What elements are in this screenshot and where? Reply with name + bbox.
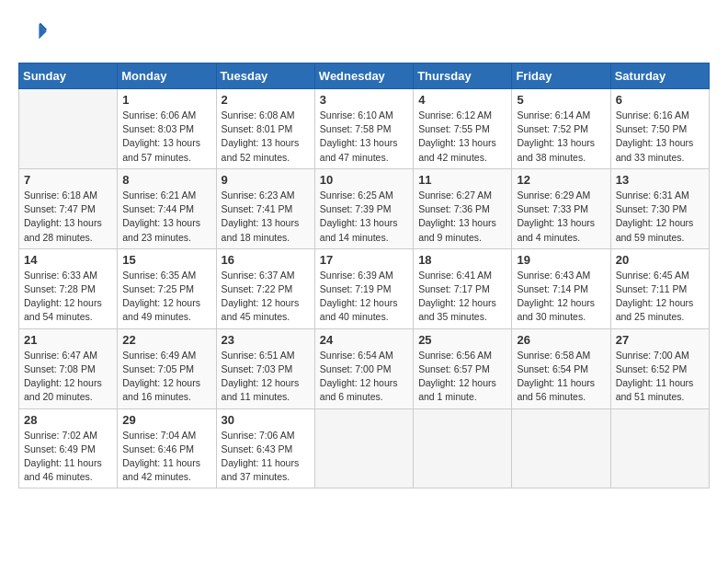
day-number: 17	[320, 253, 408, 267]
week-row-2: 7Sunrise: 6:18 AM Sunset: 7:47 PM Daylig…	[19, 168, 710, 248]
col-header-monday: Monday	[118, 63, 216, 89]
day-cell: 28Sunrise: 7:02 AM Sunset: 6:49 PM Dayli…	[19, 408, 118, 488]
col-header-wednesday: Wednesday	[314, 63, 413, 89]
day-number: 30	[222, 413, 310, 427]
day-cell: 15Sunrise: 6:35 AM Sunset: 7:25 PM Dayli…	[118, 248, 216, 328]
day-info: Sunrise: 6:33 AM Sunset: 7:28 PM Dayligh…	[24, 269, 112, 325]
day-number: 27	[616, 333, 704, 347]
day-cell: 19Sunrise: 6:43 AM Sunset: 7:14 PM Dayli…	[512, 248, 610, 328]
day-number: 15	[122, 253, 210, 267]
day-cell: 23Sunrise: 6:51 AM Sunset: 7:03 PM Dayli…	[216, 328, 314, 408]
day-info: Sunrise: 6:37 AM Sunset: 7:22 PM Dayligh…	[222, 269, 310, 325]
day-number: 24	[320, 333, 408, 347]
day-number: 8	[122, 173, 210, 187]
col-header-friday: Friday	[512, 63, 610, 89]
col-header-tuesday: Tuesday	[216, 63, 314, 89]
day-info: Sunrise: 6:23 AM Sunset: 7:41 PM Dayligh…	[222, 189, 310, 245]
day-number: 4	[418, 93, 506, 107]
logo	[18, 18, 51, 48]
day-cell: 3Sunrise: 6:10 AM Sunset: 7:58 PM Daylig…	[314, 89, 413, 169]
day-cell: 30Sunrise: 7:06 AM Sunset: 6:43 PM Dayli…	[216, 408, 314, 488]
day-cell	[414, 408, 512, 488]
day-info: Sunrise: 7:04 AM Sunset: 6:46 PM Dayligh…	[122, 429, 210, 485]
day-number: 3	[320, 93, 408, 107]
day-info: Sunrise: 6:51 AM Sunset: 7:03 PM Dayligh…	[222, 349, 310, 405]
day-number: 18	[418, 253, 506, 267]
day-cell: 2Sunrise: 6:08 AM Sunset: 8:01 PM Daylig…	[216, 89, 314, 169]
day-info: Sunrise: 6:56 AM Sunset: 6:57 PM Dayligh…	[418, 349, 506, 405]
day-cell: 22Sunrise: 6:49 AM Sunset: 7:05 PM Dayli…	[118, 328, 216, 408]
day-info: Sunrise: 6:21 AM Sunset: 7:44 PM Dayligh…	[122, 189, 210, 245]
day-info: Sunrise: 6:47 AM Sunset: 7:08 PM Dayligh…	[24, 349, 112, 405]
day-number: 10	[320, 173, 408, 187]
day-info: Sunrise: 6:49 AM Sunset: 7:05 PM Dayligh…	[122, 349, 210, 405]
day-info: Sunrise: 6:14 AM Sunset: 7:52 PM Dayligh…	[517, 109, 605, 165]
week-row-3: 14Sunrise: 6:33 AM Sunset: 7:28 PM Dayli…	[19, 248, 710, 328]
day-number: 20	[616, 253, 704, 267]
logo-icon	[18, 18, 48, 48]
day-info: Sunrise: 6:08 AM Sunset: 8:01 PM Dayligh…	[222, 109, 310, 165]
day-cell: 5Sunrise: 6:14 AM Sunset: 7:52 PM Daylig…	[512, 89, 610, 169]
day-number: 2	[222, 93, 310, 107]
day-cell: 7Sunrise: 6:18 AM Sunset: 7:47 PM Daylig…	[19, 168, 118, 248]
day-number: 11	[418, 173, 506, 187]
day-number: 22	[122, 333, 210, 347]
day-cell: 17Sunrise: 6:39 AM Sunset: 7:19 PM Dayli…	[314, 248, 413, 328]
day-cell: 29Sunrise: 7:04 AM Sunset: 6:46 PM Dayli…	[118, 408, 216, 488]
day-info: Sunrise: 6:06 AM Sunset: 8:03 PM Dayligh…	[122, 109, 210, 165]
day-number: 28	[24, 413, 112, 427]
day-number: 1	[122, 93, 210, 107]
day-info: Sunrise: 6:39 AM Sunset: 7:19 PM Dayligh…	[320, 269, 408, 325]
day-info: Sunrise: 7:00 AM Sunset: 6:52 PM Dayligh…	[616, 349, 704, 405]
day-cell: 20Sunrise: 6:45 AM Sunset: 7:11 PM Dayli…	[610, 248, 709, 328]
col-header-thursday: Thursday	[414, 63, 512, 89]
day-cell: 21Sunrise: 6:47 AM Sunset: 7:08 PM Dayli…	[19, 328, 118, 408]
day-cell: 1Sunrise: 6:06 AM Sunset: 8:03 PM Daylig…	[118, 89, 216, 169]
day-info: Sunrise: 6:12 AM Sunset: 7:55 PM Dayligh…	[418, 109, 506, 165]
day-cell: 6Sunrise: 6:16 AM Sunset: 7:50 PM Daylig…	[610, 89, 709, 169]
day-info: Sunrise: 6:45 AM Sunset: 7:11 PM Dayligh…	[616, 269, 704, 325]
day-cell	[314, 408, 413, 488]
day-number: 5	[517, 93, 605, 107]
day-number: 7	[24, 173, 112, 187]
day-info: Sunrise: 6:54 AM Sunset: 7:00 PM Dayligh…	[320, 349, 408, 405]
day-info: Sunrise: 6:31 AM Sunset: 7:30 PM Dayligh…	[616, 189, 704, 245]
day-number: 21	[24, 333, 112, 347]
week-row-5: 28Sunrise: 7:02 AM Sunset: 6:49 PM Dayli…	[19, 408, 710, 488]
day-number: 26	[517, 333, 605, 347]
day-cell: 25Sunrise: 6:56 AM Sunset: 6:57 PM Dayli…	[414, 328, 512, 408]
day-info: Sunrise: 6:35 AM Sunset: 7:25 PM Dayligh…	[122, 269, 210, 325]
day-cell: 9Sunrise: 6:23 AM Sunset: 7:41 PM Daylig…	[216, 168, 314, 248]
day-cell: 14Sunrise: 6:33 AM Sunset: 7:28 PM Dayli…	[19, 248, 118, 328]
day-number: 16	[222, 253, 310, 267]
day-info: Sunrise: 6:58 AM Sunset: 6:54 PM Dayligh…	[517, 349, 605, 405]
calendar-table: SundayMondayTuesdayWednesdayThursdayFrid…	[18, 63, 710, 488]
day-number: 6	[616, 93, 704, 107]
day-cell: 10Sunrise: 6:25 AM Sunset: 7:39 PM Dayli…	[314, 168, 413, 248]
day-cell	[512, 408, 610, 488]
day-cell	[610, 408, 709, 488]
day-info: Sunrise: 6:10 AM Sunset: 7:58 PM Dayligh…	[320, 109, 408, 165]
day-info: Sunrise: 6:43 AM Sunset: 7:14 PM Dayligh…	[517, 269, 605, 325]
day-number: 29	[122, 413, 210, 427]
day-info: Sunrise: 6:27 AM Sunset: 7:36 PM Dayligh…	[418, 189, 506, 245]
day-number: 9	[222, 173, 310, 187]
day-cell: 13Sunrise: 6:31 AM Sunset: 7:30 PM Dayli…	[610, 168, 709, 248]
day-cell: 18Sunrise: 6:41 AM Sunset: 7:17 PM Dayli…	[414, 248, 512, 328]
day-number: 23	[222, 333, 310, 347]
day-info: Sunrise: 6:41 AM Sunset: 7:17 PM Dayligh…	[418, 269, 506, 325]
day-info: Sunrise: 7:06 AM Sunset: 6:43 PM Dayligh…	[222, 429, 310, 485]
day-number: 14	[24, 253, 112, 267]
day-number: 13	[616, 173, 704, 187]
day-number: 12	[517, 173, 605, 187]
day-cell: 4Sunrise: 6:12 AM Sunset: 7:55 PM Daylig…	[414, 89, 512, 169]
day-number: 25	[418, 333, 506, 347]
header-row: SundayMondayTuesdayWednesdayThursdayFrid…	[19, 63, 710, 89]
week-row-4: 21Sunrise: 6:47 AM Sunset: 7:08 PM Dayli…	[19, 328, 710, 408]
day-cell: 12Sunrise: 6:29 AM Sunset: 7:33 PM Dayli…	[512, 168, 610, 248]
day-info: Sunrise: 6:25 AM Sunset: 7:39 PM Dayligh…	[320, 189, 408, 245]
page-header	[18, 18, 710, 48]
day-cell	[19, 89, 118, 169]
day-cell: 11Sunrise: 6:27 AM Sunset: 7:36 PM Dayli…	[414, 168, 512, 248]
day-info: Sunrise: 6:29 AM Sunset: 7:33 PM Dayligh…	[517, 189, 605, 245]
